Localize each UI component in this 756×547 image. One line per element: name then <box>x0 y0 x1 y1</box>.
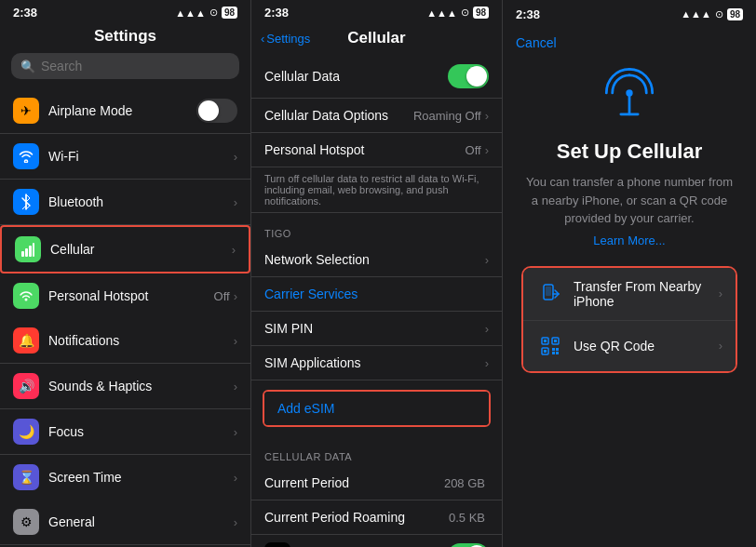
cellular-hotspot-row[interactable]: Personal Hotspot Off › <box>251 133 502 167</box>
cellular-broadcast-icon <box>600 63 659 127</box>
svg-rect-3 <box>33 243 34 257</box>
status-bar-1: 2:38 ▲▲▲ ⊙ 98 <box>0 0 250 23</box>
system-section: 🔔 Notifications › 🔊 Sounds & Haptics › 🌙… <box>0 318 250 500</box>
cellular-data-toggle[interactable] <box>448 64 489 88</box>
svg-point-6 <box>626 89 632 96</box>
cellular-hotspot-chevron: › <box>485 143 489 157</box>
sim-apps-row[interactable]: SIM Applications › <box>251 346 502 380</box>
status-icons-2: ▲▲▲ ⊙ 98 <box>426 7 489 19</box>
wifi-icon-1: ⊙ <box>209 7 218 19</box>
wifi-icon-wrap <box>13 143 39 169</box>
transfer-nearby-icon <box>536 280 564 308</box>
current-period-row: Current Period 208 GB <box>251 466 502 500</box>
search-input[interactable] <box>41 59 230 73</box>
prefs-section: ⚙ General › ◉ Control Center › AA Displa… <box>0 500 250 547</box>
hotspot-icon <box>13 283 39 309</box>
svg-rect-9 <box>546 287 551 296</box>
sounds-icon: 🔊 <box>13 373 39 399</box>
network-selection-chevron: › <box>485 253 489 267</box>
hotspot-row[interactable]: Personal Hotspot Off › <box>0 274 250 318</box>
wifi-icon-3: ⊙ <box>715 8 723 20</box>
sim-pin-row[interactable]: SIM PIN › <box>251 312 502 346</box>
add-esim-label: Add eSIM <box>277 401 476 416</box>
carrier-services-link[interactable]: Carrier Services <box>251 277 502 312</box>
cellular-hotspot-label: Personal Hotspot <box>264 142 466 157</box>
cancel-button[interactable]: Cancel <box>503 26 756 54</box>
transfer-nearby-row[interactable]: Transfer From Nearby iPhone › <box>523 268 736 321</box>
hotspot-chevron: › <box>234 289 237 303</box>
battery-2: 98 <box>473 7 489 19</box>
hotspot-value: Off <box>214 289 230 303</box>
wifi-row[interactable]: Wi-Fi › <box>0 134 250 180</box>
cellular-label: Cellular <box>50 242 232 257</box>
notifications-row[interactable]: 🔔 Notifications › <box>0 318 250 364</box>
setup-content: Set Up Cellular You can transfer a phone… <box>503 54 756 388</box>
general-row[interactable]: ⚙ General › <box>0 500 250 545</box>
setup-title: Set Up Cellular <box>557 140 702 164</box>
battery-1: 98 <box>222 7 237 19</box>
sounds-row[interactable]: 🔊 Sounds & Haptics › <box>0 364 250 409</box>
cellular-nav-title: Cellular <box>347 29 405 47</box>
current-period-value: 208 GB <box>444 476 485 490</box>
time-2: 2:38 <box>264 6 289 20</box>
current-roaming-label: Current Period Roaming <box>264 510 449 525</box>
svg-rect-16 <box>544 350 547 353</box>
wifi-label: Wi-Fi <box>48 149 234 164</box>
search-bar[interactable]: 🔍 <box>11 53 239 79</box>
cellular-data-row[interactable]: Cellular Data <box>251 55 502 99</box>
cellular-options-label: Cellular Data Options <box>264 108 413 123</box>
back-button[interactable]: ‹ Settings <box>261 32 310 46</box>
transfer-nearby-label: Transfer From Nearby iPhone <box>574 279 719 309</box>
cellular-options-chevron: › <box>485 109 489 123</box>
general-label: General <box>48 514 234 529</box>
hotspot-label: Personal Hotspot <box>48 288 214 303</box>
setup-cellular-panel: 2:38 ▲▲▲ ⊙ 98 Cancel Set Up C <box>503 0 756 547</box>
sim-pin-chevron: › <box>485 322 489 336</box>
cellular-options-row[interactable]: Cellular Data Options Roaming Off › <box>251 99 502 133</box>
svg-rect-14 <box>554 340 557 342</box>
svg-rect-1 <box>25 248 28 257</box>
cellular-nav-header: ‹ Settings Cellular <box>251 23 502 55</box>
focus-icon: 🌙 <box>13 419 39 445</box>
learn-more-link[interactable]: Learn More... <box>593 233 665 247</box>
svg-rect-12 <box>544 340 547 342</box>
notifications-chevron: › <box>234 334 237 348</box>
cellular-data-label: Cellular Data <box>264 69 448 84</box>
airplane-toggle[interactable] <box>196 99 237 123</box>
cellular-row[interactable]: Cellular › <box>0 225 250 274</box>
sim-apps-label: SIM Applications <box>264 355 485 370</box>
bluetooth-row[interactable]: Bluetooth › <box>0 180 250 225</box>
cellular-hotspot-value: Off <box>466 143 481 157</box>
signal-icon-2: ▲▲▲ <box>426 7 457 19</box>
tigo-header: TIGO <box>251 213 502 243</box>
back-label: Settings <box>266 32 310 46</box>
cellular-options-value: Roaming Off <box>413 109 481 123</box>
time-3: 2:38 <box>516 7 540 21</box>
sim-apps-chevron: › <box>485 356 489 370</box>
add-esim-row[interactable]: Add eSIM <box>264 392 489 425</box>
status-icons-1: ▲▲▲ ⊙ 98 <box>175 7 237 19</box>
tiktok-toggle[interactable] <box>448 543 489 547</box>
toggle-knob <box>198 100 219 121</box>
transfer-nearby-chevron: › <box>719 287 722 300</box>
use-qr-row[interactable]: Use QR Code › <box>523 321 736 371</box>
bluetooth-chevron: › <box>234 195 237 209</box>
airplane-mode-row[interactable]: ✈ Airplane Mode <box>0 88 250 134</box>
focus-row[interactable]: 🌙 Focus › <box>0 409 250 455</box>
cellular-data-header: CELLULAR DATA <box>251 436 502 466</box>
wifi-icon-2: ⊙ <box>461 7 469 19</box>
toggle-on-knob <box>466 66 487 87</box>
screentime-label: Screen Time <box>48 470 234 485</box>
sounds-label: Sounds & Haptics <box>48 379 234 394</box>
cellular-note: Turn off cellular data to restrict all d… <box>251 167 502 213</box>
svg-rect-20 <box>556 352 559 354</box>
tiktok-row[interactable]: ♪ TikTok <box>251 535 502 547</box>
settings-panel: 2:38 ▲▲▲ ⊙ 98 Settings 🔍 ✈ Airplane Mode… <box>0 0 251 547</box>
back-chevron: ‹ <box>261 32 264 46</box>
screentime-row[interactable]: ⌛ Screen Time › <box>0 455 250 500</box>
general-icon: ⚙ <box>13 509 39 535</box>
tiktok-icon: ♪ <box>264 542 290 547</box>
current-period-label: Current Period <box>264 475 444 490</box>
connectivity-section: ✈ Airplane Mode Wi-Fi › Bluetooth › <box>0 88 250 318</box>
network-selection-row[interactable]: Network Selection › <box>251 243 502 277</box>
